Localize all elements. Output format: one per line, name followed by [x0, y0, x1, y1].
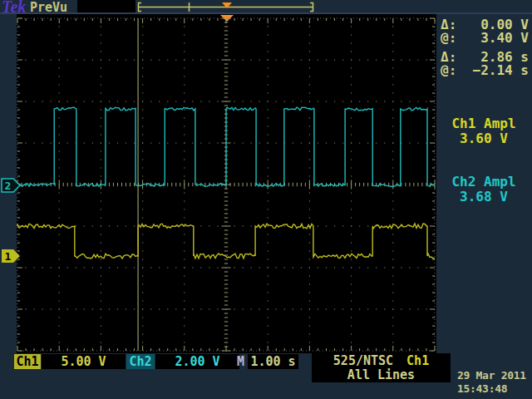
- at-icon: @:: [441, 32, 456, 45]
- cursor-at-time-row: @: −2.14 s: [441, 64, 529, 77]
- ch1-measurement-label: Ch1 Ampl: [437, 116, 530, 131]
- cursor-at-voltage-row: @: 3.40 V: [441, 32, 529, 45]
- trigger-video-standard: 525/NTSC: [333, 354, 393, 368]
- channel-2-marker-label: 2: [5, 180, 12, 192]
- trigger-source: Ch1: [406, 354, 429, 368]
- ch2-volts-per-div: 2.00 V: [155, 354, 239, 369]
- oscilloscope-screen: Tek PreVu 21 Δ: 0.00 V @: 3.40 V Δ: 2.86…: [0, 0, 532, 399]
- ch2-measurement-value: 3.68 V: [437, 190, 530, 204]
- tek-logo: Tek: [2, 0, 26, 17]
- trigger-readout-box: 525/NTSC Ch1 All Lines: [312, 353, 451, 382]
- trigger-video-mode: All Lines: [312, 368, 451, 382]
- ch1-waveform: [17, 224, 435, 259]
- record-trigger-position-icon: [222, 2, 232, 8]
- time-value: 15:43:48: [457, 382, 532, 396]
- main-timebase-value: 1.00 s: [248, 354, 298, 369]
- top-separator: [0, 12, 532, 14]
- record-view-bar: [138, 2, 313, 12]
- record-right-bracket: [310, 3, 313, 12]
- channel-1-marker-label: 1: [5, 250, 12, 263]
- ch2-measurement-label: Ch2 Ampl: [437, 175, 530, 190]
- date-value: 29 Mar 2011: [457, 369, 532, 382]
- main-timebase-label: M: [234, 354, 247, 369]
- ch2-channel-badge: Ch2: [126, 354, 155, 369]
- at-icon: @:: [441, 64, 456, 77]
- channel-1-ground-marker: [2, 249, 20, 263]
- ch1-amplitude-measurement: Ch1 Ampl 3.60 V: [437, 116, 530, 146]
- ch2-amplitude-measurement: Ch2 Ampl 3.68 V: [437, 175, 530, 204]
- cursor-at-voltage-value: 3.40 V: [480, 32, 529, 45]
- datetime-readout: 29 Mar 2011 15:43:48: [457, 369, 532, 396]
- record-left-bracket: [139, 3, 142, 12]
- graticule-background: [17, 14, 436, 353]
- cursor-at-time-value: −2.14 s: [473, 64, 529, 77]
- channel-2-ground-marker: [2, 179, 20, 192]
- ch1-measurement-value: 3.60 V: [437, 131, 530, 146]
- ch2-waveform: [17, 107, 435, 186]
- ch1-channel-badge: Ch1: [14, 354, 41, 369]
- message-box: [77, 0, 135, 12]
- trigger-position-icon: [220, 15, 234, 22]
- ch1-volts-per-div: 5.00 V: [42, 354, 126, 369]
- graticule-border: [17, 18, 435, 351]
